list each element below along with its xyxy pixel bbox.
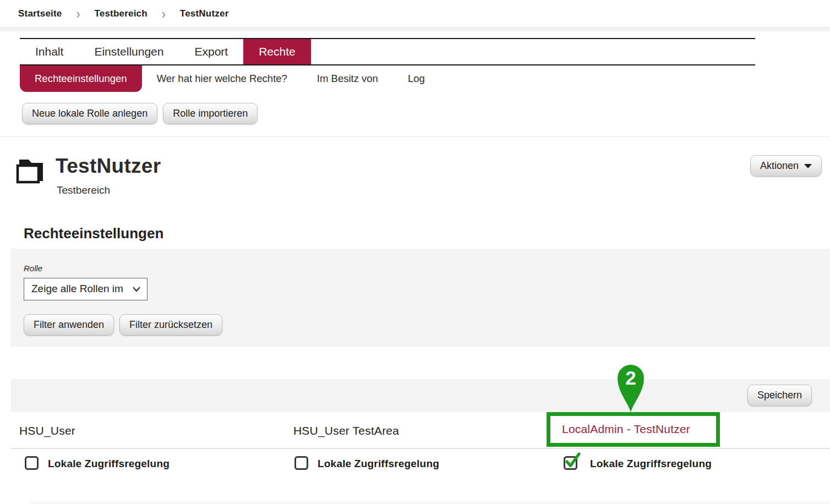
top-section: Startseite › Testbereich › TestNutzer In… — [0, 0, 830, 137]
actions-dropdown-label: Aktionen — [760, 160, 799, 172]
checkbox-unchecked-icon[interactable] — [294, 456, 309, 471]
filter-reset-button[interactable]: Filter zurücksetzen — [119, 314, 222, 336]
permission-cell-hsu-user[interactable]: Lokale Zugriffsregelung — [24, 456, 170, 471]
role-select-value: Zeige alle Rollen im — [31, 283, 123, 295]
annotation-pin-2-icon: 2 — [615, 363, 647, 413]
page-title: TestNutzer — [56, 155, 161, 178]
chevron-down-icon — [133, 287, 140, 292]
tab-einstellungen[interactable]: Einstellungen — [79, 39, 179, 64]
section-heading: Rechteeinstellungen — [24, 225, 830, 242]
permission-cell-localadmin[interactable]: Lokale Zugriffsregelung — [563, 451, 712, 471]
column-header-localadmin-link[interactable]: LocalAdmin - TestNutzer — [562, 423, 690, 436]
new-local-role-button[interactable]: Neue lokale Rolle anlegen — [22, 103, 157, 124]
breadcrumb: Startseite › Testbereich › TestNutzer — [0, 0, 830, 27]
actions-dropdown-button[interactable]: Aktionen — [750, 155, 822, 177]
permission-cell-hsu-user-testarea[interactable]: Lokale Zugriffsregelung — [294, 456, 439, 471]
role-filter-label: Rolle — [24, 264, 830, 273]
subtab-log[interactable]: Log — [393, 65, 440, 92]
subtab-im-besitz-von[interactable]: Im Besitz von — [302, 65, 393, 92]
tab-export[interactable]: Export — [179, 39, 243, 64]
chevron-right-icon: › — [162, 6, 166, 22]
filter-apply-button[interactable]: Filter anwenden — [24, 314, 114, 336]
rights-table: 2 Speichern HSU_User HSU_User TestArea L… — [0, 379, 830, 504]
svg-text:2: 2 — [625, 367, 636, 388]
role-select[interactable]: Zeige alle Rollen im — [24, 278, 148, 300]
import-role-button[interactable]: Rolle importieren — [163, 103, 258, 124]
filter-panel: Rolle Zeige alle Rollen im Filter anwend… — [11, 249, 830, 347]
highlight-box-localadmin: LocalAdmin - TestNutzer — [547, 412, 720, 447]
save-button[interactable]: Speichern — [747, 385, 812, 406]
checkbox-checked-icon[interactable] — [563, 451, 582, 471]
tab-inhalt[interactable]: Inhalt — [20, 39, 79, 64]
permission-label: Lokale Zugriffsregelung — [590, 458, 712, 470]
column-header-hsu-user: HSU_User — [19, 424, 75, 437]
subtab-wer-hat-rechte[interactable]: Wer hat hier welche Rechte? — [142, 65, 302, 92]
table-toolbar: Speichern — [11, 379, 830, 412]
breadcrumb-item-testnutzer[interactable]: TestNutzer — [180, 8, 229, 19]
page-subtitle: Testbereich — [57, 184, 161, 196]
table-header-row: HSU_User HSU_User TestArea LocalAdmin - … — [0, 412, 830, 448]
subtab-bar: Rechteeinstellungen Wer hat hier welche … — [20, 65, 755, 92]
command-toolbar: Neue lokale Rolle anlegen Rolle importie… — [22, 103, 830, 136]
column-header-hsu-user-testarea: HSU_User TestArea — [293, 424, 399, 437]
permission-label: Lokale Zugriffsregelung — [318, 458, 439, 470]
object-header: TestNutzer Testbereich Aktionen — [0, 137, 830, 196]
tab-rechte[interactable]: Rechte — [243, 39, 311, 64]
breadcrumb-separator-strip — [0, 27, 830, 31]
caret-down-icon — [804, 164, 812, 168]
table-divider — [11, 448, 830, 449]
permission-row: Lokale Zugriffsregelung Lokale Zugriffsr… — [0, 456, 830, 489]
chevron-right-icon: › — [76, 6, 80, 22]
folder-icon — [15, 157, 46, 184]
bottom-divider-strip — [30, 502, 830, 504]
breadcrumb-item-startseite[interactable]: Startseite — [18, 8, 62, 19]
subtab-rechteeinstellungen[interactable]: Rechteeinstellungen — [20, 65, 142, 92]
tab-bar: Inhalt Einstellungen Export Rechte Recht… — [20, 38, 755, 92]
checkbox-unchecked-icon[interactable] — [24, 456, 40, 471]
breadcrumb-item-testbereich[interactable]: Testbereich — [94, 8, 147, 19]
permission-label: Lokale Zugriffsregelung — [48, 458, 170, 470]
